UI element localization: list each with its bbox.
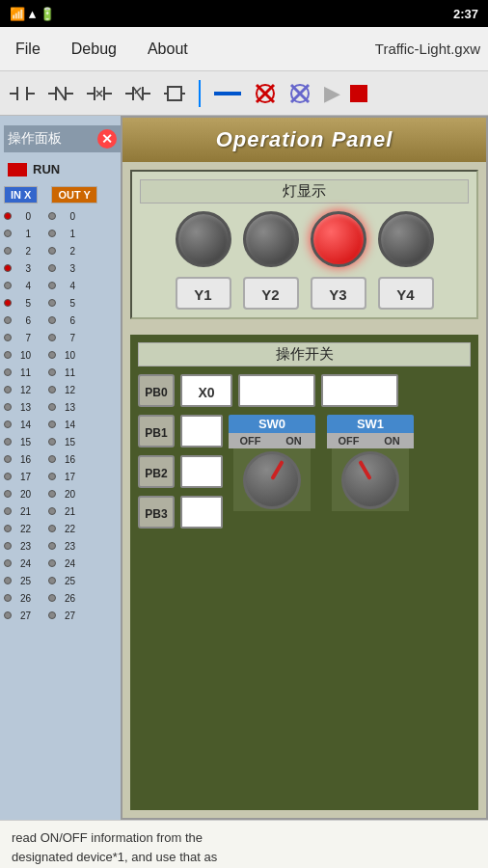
io-out-led-20 [48,559,56,567]
io-in-num-13: 15 [14,437,31,448]
io-in-num-1: 1 [14,229,31,239]
io-out-led-1 [48,230,56,237]
light-y1 [176,211,231,267]
io-row-9: 11 11 [4,364,121,381]
io-out-num-8: 10 [58,350,75,361]
io-in-led-1 [4,230,12,237]
status-icons: 📶 ▴ 🔋 [10,7,55,21]
io-out-num-3: 3 [58,263,75,274]
io-out-led-23 [48,611,56,619]
light-y3 [311,211,366,267]
io-out-num-4: 4 [58,281,75,291]
contact-p-icon[interactable] [83,81,116,106]
menu-about[interactable]: About [140,37,196,62]
io-in-num-12: 14 [14,420,31,430]
io-in-led-2 [4,247,12,255]
menu-file[interactable]: File [8,37,48,62]
contact-nc-icon[interactable] [44,81,77,106]
sw0-knob-indicator [270,459,284,479]
io-in-num-11: 13 [14,402,31,413]
io-out-num-23: 27 [58,610,75,621]
io-in-led-7 [4,334,12,341]
io-in-num-7: 7 [14,333,31,343]
lights-row [140,211,469,267]
io-out-led-22 [48,594,56,602]
io-out-led-3 [48,264,56,272]
toolbar-x1-icon[interactable] [251,81,280,106]
io-in-led-12 [4,420,12,428]
coil-icon[interactable] [160,81,189,106]
io-row-6: 6 6 [4,312,121,329]
io-out-num-19: 23 [58,541,75,552]
light-label-y4[interactable]: Y4 [378,277,434,310]
panel-close-button[interactable]: ✕ [97,129,117,149]
io-in-num-6: 6 [14,315,31,326]
toolbar-divider [199,80,201,107]
sw1-knob[interactable] [332,448,409,511]
light-y4 [378,211,434,267]
toolbar-line-icon[interactable] [210,87,245,100]
io-out-led-17 [48,507,56,515]
play-button[interactable]: ▶ [320,79,344,108]
light-label-y2[interactable]: Y2 [243,277,299,310]
io-in-num-9: 11 [14,367,31,378]
light-label-y3[interactable]: Y3 [311,277,366,310]
sw1-label: SW1 [327,415,414,433]
sw0-knob[interactable] [233,448,311,511]
light-section-label: 灯显示 [140,179,469,203]
pb0-button[interactable]: PB0 [138,374,175,407]
io-in-led-21 [4,577,12,584]
toolbar-x2-icon[interactable] [285,81,314,106]
sw0-on-button[interactable]: ON [272,433,315,448]
io-row-20: 24 24 [4,555,121,572]
bottom-text-area: read ON/OFF information from the designa… [0,820,488,868]
pb3-button[interactable]: PB3 [138,496,175,529]
io-out-num-13: 15 [58,437,75,448]
pb1-button[interactable]: PB1 [138,415,175,448]
pb0-box1 [238,374,315,407]
contact-n-icon[interactable] [122,81,154,106]
x0-box: X0 [180,374,232,407]
sw0-offon: OFF ON [229,433,315,448]
io-out-led-19 [48,542,56,550]
sw1-on-button[interactable]: ON [370,433,414,448]
pb2-row-inner: PB2 [138,455,223,488]
sw1-off-button[interactable]: OFF [327,433,370,448]
io-out-led-21 [48,577,56,584]
io-in-led-16 [4,490,12,498]
io-row-13: 15 15 [4,433,121,450]
stop-button[interactable] [350,85,367,102]
op-panel-title: Operation Panel [122,118,486,162]
menu-bar: File Debug About Traffic-Light.gxw [0,27,488,71]
pb2-button[interactable]: PB2 [138,455,175,488]
pb0-box2 [321,374,398,407]
io-in-num-15: 17 [14,472,31,482]
io-out-num-9: 11 [58,367,75,378]
bottom-line1: read ON/OFF information from the [12,828,476,848]
io-in-led-8 [4,351,12,359]
io-in-num-23: 27 [14,610,31,621]
io-out-led-16 [48,490,56,498]
io-in-num-16: 20 [14,489,31,500]
io-out-led-5 [48,299,56,307]
io-out-num-7: 7 [58,333,75,343]
io-row-0: 0 0 [4,207,121,225]
io-out-led-11 [48,403,56,411]
io-row-16: 20 20 [4,485,121,502]
run-label: RUN [33,162,60,176]
io-out-led-4 [48,282,56,289]
contact-no-icon[interactable] [6,81,39,106]
sw0-off-button[interactable]: OFF [229,433,272,448]
io-in-num-8: 10 [14,350,31,361]
io-row-12: 14 14 [4,416,121,433]
signal-icon: ▴ [29,7,36,21]
status-time: 2:37 [453,7,478,21]
io-row-19: 23 23 [4,537,121,555]
io-out-led-9 [48,368,56,376]
io-in-led-23 [4,611,12,619]
sw1-container: SW1 OFF ON [327,415,414,511]
io-row-23: 27 27 [4,607,121,624]
io-in-led-5 [4,299,12,307]
light-label-y1[interactable]: Y1 [176,277,231,310]
menu-debug[interactable]: Debug [64,37,124,62]
